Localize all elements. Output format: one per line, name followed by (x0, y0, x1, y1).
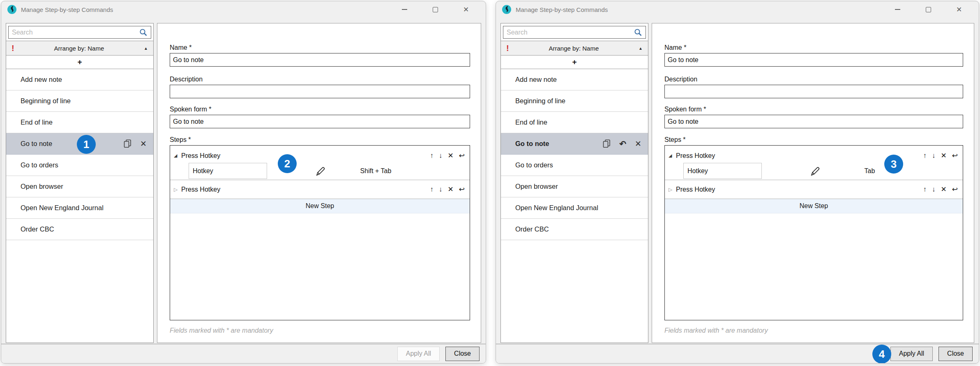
spoken-form-field[interactable] (664, 115, 963, 128)
list-item[interactable]: Add new note (501, 69, 648, 90)
list-item[interactable]: Open browser (6, 176, 153, 197)
description-field[interactable] (170, 85, 470, 98)
new-step-button[interactable]: New Step (170, 199, 470, 213)
list-item[interactable]: Order CBC (501, 219, 648, 240)
minimize-icon[interactable] (399, 4, 410, 15)
step-row-press-hotkey-2[interactable]: ▷ Press Hotkey ↑ ↓ ✕ ↩ (665, 180, 963, 199)
move-down-icon[interactable]: ↓ (439, 186, 443, 193)
step-label: Press Hotkey (181, 186, 220, 193)
close-button[interactable]: Close (445, 347, 480, 361)
move-down-icon[interactable]: ↓ (439, 152, 443, 159)
sort-ascending-icon[interactable]: ▲ (639, 46, 643, 51)
delete-step-icon[interactable]: ✕ (448, 152, 454, 159)
apply-all-button[interactable]: Apply All (890, 347, 933, 361)
list-item[interactable]: Open browser (501, 176, 648, 197)
row-actions: ↶ ✕ (603, 139, 641, 148)
description-field[interactable] (664, 85, 963, 98)
delete-step-icon[interactable]: ✕ (448, 186, 454, 193)
delete-icon[interactable]: ✕ (635, 140, 641, 148)
move-up-icon[interactable]: ↑ (923, 152, 927, 159)
title-bar[interactable]: Manage Step-by-step Commands ✕ (496, 1, 979, 18)
step-actions: ↑ ↓ ✕ ↩ (430, 152, 465, 159)
name-field[interactable] (170, 53, 470, 67)
description-label: Description (170, 76, 470, 84)
collapse-collapsed-icon[interactable]: ▷ (174, 187, 181, 192)
list-item-label: Open New England Journal (515, 204, 598, 212)
apply-all-button[interactable]: Apply All (397, 347, 440, 361)
list-item[interactable]: Add new note (6, 69, 153, 90)
spoken-form-field[interactable] (170, 115, 470, 128)
close-window-icon[interactable]: ✕ (953, 4, 965, 15)
close-button[interactable]: Close (938, 347, 973, 361)
step-label: Press Hotkey (676, 152, 715, 160)
step-row-press-hotkey-1[interactable]: ◢ Press Hotkey ↑ ↓ ✕ ↩ (170, 149, 470, 162)
search-input[interactable] (503, 26, 646, 39)
list-item-label: Go to note (21, 140, 52, 148)
window-title: Manage Step-by-step Commands (516, 6, 608, 13)
command-list-panel: ! Arrange by: Name ▲ + Add new note Begi… (6, 23, 154, 343)
delete-icon[interactable]: ✕ (140, 140, 147, 148)
arrange-by-header[interactable]: ! Arrange by: Name ▲ (501, 41, 648, 56)
collapse-expanded-icon[interactable]: ◢ (174, 153, 181, 158)
window-controls: ✕ (399, 4, 480, 15)
list-item[interactable]: Order CBC (6, 219, 153, 240)
list-item[interactable]: Open New England Journal (501, 197, 648, 219)
list-item-label: Open New England Journal (21, 204, 104, 212)
move-down-icon[interactable]: ↓ (932, 186, 936, 193)
name-field[interactable] (664, 53, 963, 67)
step-actions: ↑ ↓ ✕ ↩ (923, 152, 958, 159)
list-item-selected[interactable]: Go to note ↶ ✕ (501, 133, 648, 155)
search-input[interactable] (8, 26, 151, 39)
list-item-label: Open browser (515, 183, 558, 190)
delete-step-icon[interactable]: ✕ (941, 186, 947, 193)
undo-step-icon[interactable]: ↩ (952, 186, 958, 193)
move-up-icon[interactable]: ↑ (923, 186, 927, 193)
list-item[interactable]: Go to orders (6, 155, 153, 176)
arrange-by-header[interactable]: ! Arrange by: Name ▲ (6, 41, 153, 56)
undo-step-icon[interactable]: ↩ (952, 152, 958, 159)
list-item-label: Add new note (21, 76, 62, 83)
collapse-expanded-icon[interactable]: ◢ (669, 153, 676, 158)
undo-step-icon[interactable]: ↩ (459, 186, 465, 193)
new-step-button[interactable]: New Step (665, 199, 963, 213)
hotkey-value[interactable]: Shift + Tab (293, 162, 458, 180)
list-item-label: Go to orders (515, 161, 553, 169)
move-up-icon[interactable]: ↑ (430, 152, 434, 159)
list-item-label: End of line (21, 118, 53, 126)
window-controls: ✕ (892, 4, 973, 15)
undo-step-icon[interactable]: ↩ (459, 152, 465, 159)
maximize-icon[interactable] (429, 4, 441, 15)
list-item[interactable]: Beginning of line (6, 90, 153, 112)
hotkey-value[interactable]: Tab (788, 162, 951, 180)
minimize-icon[interactable] (892, 4, 903, 15)
list-item[interactable]: Go to orders (501, 155, 648, 176)
copy-icon[interactable] (603, 139, 611, 148)
list-item[interactable]: Open New England Journal (6, 197, 153, 219)
hotkey-field-label: Hotkey (683, 163, 762, 179)
command-list-panel: ! Arrange by: Name ▲ + Add new note Begi… (500, 23, 648, 343)
search-icon[interactable] (139, 28, 148, 37)
close-window-icon[interactable]: ✕ (460, 4, 472, 15)
hotkey-detail-row: Hotkey Shift + Tab (170, 162, 470, 180)
copy-icon[interactable] (124, 139, 131, 148)
collapse-collapsed-icon[interactable]: ▷ (669, 187, 676, 192)
mandatory-fields-note: Fields marked with * are mandatory (170, 327, 470, 334)
steps-list: ◢ Press Hotkey ↑ ↓ ✕ ↩ Hotkey (170, 145, 470, 320)
move-up-icon[interactable]: ↑ (430, 186, 434, 193)
move-down-icon[interactable]: ↓ (932, 152, 936, 159)
list-item[interactable]: End of line (501, 112, 648, 133)
sort-ascending-icon[interactable]: ▲ (144, 46, 148, 51)
title-bar[interactable]: Manage Step-by-step Commands ✕ (1, 1, 486, 18)
step-row-press-hotkey-2[interactable]: ▷ Press Hotkey ↑ ↓ ✕ ↩ (170, 180, 470, 199)
maximize-icon[interactable] (922, 4, 934, 15)
list-item[interactable]: End of line (6, 112, 153, 133)
step-row-press-hotkey-1[interactable]: ◢ Press Hotkey ↑ ↓ ✕ ↩ (665, 149, 963, 162)
add-command-button[interactable]: + (6, 56, 153, 69)
window-title: Manage Step-by-step Commands (21, 6, 113, 13)
row-actions: ✕ (124, 139, 147, 148)
list-item[interactable]: Beginning of line (501, 90, 648, 112)
undo-changes-icon[interactable]: ↶ (619, 140, 626, 148)
delete-step-icon[interactable]: ✕ (941, 152, 947, 159)
add-command-button[interactable]: + (501, 56, 648, 69)
search-icon[interactable] (634, 28, 643, 37)
